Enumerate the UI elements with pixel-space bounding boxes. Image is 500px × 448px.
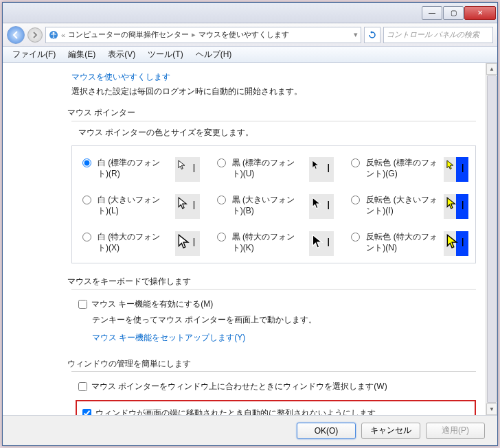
pointer-option[interactable]: 反転色 (標準のフォント)(G) I [348, 157, 468, 182]
pointer-preview: I [175, 194, 200, 219]
menu-help[interactable]: ヘルプ(H) [190, 47, 238, 62]
scrollbar-thumb[interactable] [487, 75, 497, 403]
pointer-radio[interactable] [217, 233, 226, 241]
cursor-ibeam-icon: I [192, 200, 195, 212]
pointer-option[interactable]: 白 (標準のフォント)(R) I [79, 157, 200, 182]
hover-select-checkbox[interactable] [78, 382, 87, 391]
pointer-radio[interactable] [351, 158, 360, 167]
cursor-ibeam-icon: I [192, 237, 195, 249]
pointer-option[interactable]: 黒 (特大のフォント)(K) I [214, 231, 334, 256]
titlebar: — ▢ ✕ [3, 3, 497, 23]
main-panel: マウスを使いやすくします 選択された設定は毎回のログオン時に自動的に開始されます… [3, 63, 486, 415]
arrow-right-icon [32, 32, 38, 38]
hover-select-label: マウス ポインターをウィンドウ上に合わせたときにウィンドウを選択します(W) [91, 381, 387, 392]
cursor-ibeam-icon: I [462, 237, 464, 249]
footer: OK(O) キャンセル 適用(P) [3, 415, 497, 445]
pointer-desc: マウス ポインターの色とサイズを変更します。 [78, 127, 476, 139]
pointer-preview: I [175, 231, 200, 256]
pointer-preview: I [444, 231, 468, 256]
pointer-radio[interactable] [82, 233, 91, 241]
cursor-arrow-icon [312, 160, 321, 169]
mousekeys-setup-link[interactable]: マウス キー機能をセットアップします(Y) [71, 328, 476, 346]
pointer-option[interactable]: 黒 (標準のフォント)(U) I [214, 157, 334, 182]
prevent-snap-label: ウィンドウが画面の端に移動されたとき自動的に整列されないようにします [95, 408, 376, 415]
forward-button[interactable] [27, 27, 43, 43]
mousekeys-label: マウス キー機能を有効にする(M) [91, 298, 213, 310]
pointer-label: 白 (特大のフォント)(X) [98, 231, 171, 253]
pointer-label: 反転色 (標準のフォント)(G) [366, 157, 440, 179]
search-placeholder: コントロール パネルの検索 [387, 30, 479, 40]
cursor-arrow-icon [446, 160, 456, 169]
breadcrumb-root[interactable]: コンピューターの簡単操作センター [68, 30, 189, 40]
cursor-arrow-icon [446, 234, 462, 249]
menubar: ファイル(F) 編集(E) 表示(V) ツール(T) ヘルプ(H) [3, 47, 497, 63]
pointer-option[interactable]: 白 (特大のフォント)(X) I [79, 231, 200, 256]
window: — ▢ ✕ « コンピューターの簡単操作センター ▸ マウスを使いやすくします … [2, 2, 498, 446]
pointer-option[interactable]: 反転色 (特大のフォント)(N) I [348, 231, 468, 256]
scroll-up-button[interactable]: ▲ [486, 63, 497, 75]
pointer-radio[interactable] [217, 158, 226, 167]
cursor-arrow-icon [446, 197, 459, 209]
cancel-button[interactable]: キャンセル [361, 423, 420, 439]
prevent-snap-row[interactable]: ウィンドウが画面の端に移動されたとき自動的に整列されないようにします [82, 405, 469, 415]
pointer-label: 白 (標準のフォント)(R) [98, 157, 171, 179]
cursor-arrow-icon [312, 197, 324, 209]
breadcrumb-sep: ▸ [192, 30, 196, 39]
pointer-radio[interactable] [351, 196, 360, 204]
cursor-ibeam-icon: I [462, 200, 464, 212]
pointer-options-group: 白 (標準のフォント)(R) I 黒 (標準のフォント)(U) I 反転色 (標… [71, 145, 476, 263]
address-dropdown-icon[interactable]: ▾ [354, 30, 358, 39]
pointer-label: 黒 (大きいフォント)(B) [232, 194, 306, 216]
close-button[interactable]: ✕ [464, 6, 496, 20]
pointer-radio[interactable] [82, 196, 91, 204]
pointer-option[interactable]: 黒 (大きいフォント)(B) I [214, 194, 334, 219]
breadcrumb-chev: « [61, 31, 65, 39]
arrow-left-icon [12, 31, 20, 39]
menu-file[interactable]: ファイル(F) [7, 47, 61, 62]
cursor-arrow-icon [178, 234, 193, 249]
pointer-radio[interactable] [82, 158, 91, 167]
refresh-button[interactable] [364, 27, 380, 43]
mousekeys-checkbox-row[interactable]: マウス キー機能を有効にする(M) [71, 296, 476, 312]
cursor-arrow-icon [178, 160, 188, 169]
back-button[interactable] [7, 26, 25, 44]
breadcrumb-leaf[interactable]: マウスを使いやすくします [198, 30, 289, 40]
search-input[interactable]: コントロール パネルの検索 [383, 27, 493, 43]
scroll-down-button[interactable]: ▼ [486, 403, 497, 415]
pointer-section-title: マウス ポインター [67, 107, 476, 119]
maximize-button[interactable]: ▢ [443, 6, 464, 20]
pointer-label: 反転色 (特大のフォント)(N) [366, 231, 440, 253]
hover-select-row[interactable]: マウス ポインターをウィンドウ上に合わせたときにウィンドウを選択します(W) [71, 379, 476, 394]
pointer-label: 黒 (標準のフォント)(U) [232, 157, 306, 179]
keyboard-section-title: マウスをキーボードで操作します [67, 276, 476, 287]
cursor-ibeam-icon: I [327, 237, 330, 249]
pointer-option[interactable]: 反転色 (大きいフォント)(I) I [348, 194, 468, 219]
menu-tools[interactable]: ツール(T) [142, 47, 188, 62]
navbar: « コンピューターの簡単操作センター ▸ マウスを使いやすくします ▾ コントロ… [3, 23, 497, 47]
cursor-arrow-icon [178, 197, 190, 209]
cursor-ibeam-icon: I [327, 200, 330, 212]
window-section-title: ウィンドウの管理を簡単にします [67, 358, 476, 370]
cursor-ibeam-icon: I [192, 163, 195, 175]
apply-button[interactable]: 適用(P) [426, 423, 485, 439]
pointer-label: 黒 (特大のフォント)(K) [232, 231, 306, 253]
mousekeys-checkbox[interactable] [78, 300, 87, 309]
page-subtitle: 選択された設定は毎回のログオン時に自動的に開始されます。 [71, 86, 476, 97]
pointer-radio[interactable] [351, 233, 360, 241]
minimize-button[interactable]: — [422, 6, 442, 20]
pointer-option[interactable]: 白 (大きいフォント)(L) I [79, 194, 200, 219]
cursor-ibeam-icon: I [327, 163, 330, 175]
ease-of-access-icon [49, 30, 58, 40]
ok-button[interactable]: OK(O) [297, 423, 356, 439]
menu-edit[interactable]: 編集(E) [62, 47, 101, 62]
vertical-scrollbar[interactable]: ▲ ▼ [486, 63, 497, 415]
pointer-preview: I [444, 157, 468, 182]
pointer-preview: I [309, 157, 334, 182]
address-bar[interactable]: « コンピューターの簡単操作センター ▸ マウスを使いやすくします ▾ [45, 27, 361, 43]
page-title-link[interactable]: マウスを使いやすくします [71, 71, 476, 83]
pointer-label: 反転色 (大きいフォント)(I) [366, 194, 440, 216]
prevent-snap-checkbox[interactable] [82, 409, 91, 415]
svg-point-1 [53, 32, 55, 34]
menu-view[interactable]: 表示(V) [102, 47, 141, 62]
pointer-radio[interactable] [217, 196, 226, 204]
